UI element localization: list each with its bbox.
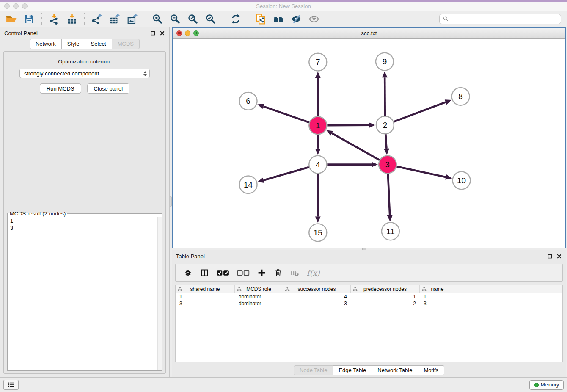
delete-table-icon [290, 268, 299, 277]
node-8[interactable]: 8 [452, 88, 470, 105]
refresh-icon[interactable] [228, 12, 243, 26]
edge-4-15[interactable] [315, 174, 321, 223]
edge-3-1[interactable] [326, 130, 380, 160]
column-header-mcds-role[interactable]: MCDS role [235, 285, 283, 293]
node-2[interactable]: 2 [376, 116, 394, 134]
close-panel-button[interactable]: Close panel [87, 83, 130, 94]
toolbar-separator [248, 13, 248, 25]
export-image-icon[interactable] [125, 12, 140, 26]
select-all-icon[interactable] [217, 269, 229, 276]
table-cell[interactable]: 3 [176, 300, 235, 307]
edge-3-11[interactable] [387, 174, 393, 221]
tab-network-table[interactable]: Network Table [372, 365, 418, 375]
duplicate-network-icon[interactable] [253, 12, 268, 26]
table-cell[interactable]: 3 [283, 300, 351, 307]
table-cell[interactable]: 4 [283, 293, 351, 300]
attribute-icon [285, 287, 290, 292]
deselect-all-icon[interactable] [237, 269, 250, 276]
edge-1-2[interactable] [327, 122, 375, 128]
export-network-icon[interactable] [89, 12, 105, 26]
tab-node-table[interactable]: Node Table [294, 365, 333, 375]
node-4[interactable]: 4 [309, 156, 327, 174]
tab-motifs[interactable]: Motifs [418, 365, 444, 375]
table-cell[interactable]: 1 [351, 293, 420, 300]
float-icon [151, 31, 155, 36]
node-label: 11 [386, 227, 395, 236]
tab-select[interactable]: Select [85, 39, 112, 49]
tab-style[interactable]: Style [62, 39, 85, 49]
columns-icon[interactable] [200, 268, 209, 277]
edge-2-8[interactable] [394, 99, 451, 121]
node-1[interactable]: 1 [309, 117, 327, 135]
mcds-panel: Optimization criterion: strongly connect… [3, 51, 166, 374]
node-7[interactable]: 7 [309, 53, 327, 71]
table-cell[interactable]: 1 [420, 293, 455, 300]
optimization-dropdown[interactable]: strongly connected component [19, 69, 150, 78]
table-panel-float-button[interactable] [547, 253, 553, 259]
column-header-shared-name[interactable]: shared name [176, 285, 235, 293]
tab-mcds[interactable]: MCDS [112, 39, 140, 49]
table-row[interactable]: 1dominator411 [176, 293, 562, 300]
node-11[interactable]: 11 [382, 223, 399, 240]
add-row-icon[interactable] [257, 268, 266, 277]
edge-1-4[interactable] [315, 135, 321, 155]
export-table-icon[interactable] [107, 12, 122, 26]
result-scrollbar[interactable] [157, 217, 162, 370]
edge-2-3[interactable] [384, 134, 389, 155]
zoom-fit-icon[interactable] [185, 12, 201, 26]
save-session-icon[interactable] [22, 12, 37, 26]
toolbar-separator [84, 13, 85, 25]
table-cell[interactable]: 1 [176, 293, 235, 300]
node-3[interactable]: 3 [379, 156, 396, 174]
eye-slash-icon[interactable] [289, 12, 304, 26]
column-header-predecessor-nodes[interactable]: predecessor nodes [351, 285, 420, 293]
memory-button[interactable]: Memory [529, 380, 564, 390]
node-10[interactable]: 10 [453, 171, 471, 189]
table-settings-icon[interactable] [184, 268, 193, 277]
network-canvas[interactable]: 7968124314101511 [173, 39, 565, 248]
column-header-name[interactable]: name [420, 285, 455, 293]
run-mcds-button[interactable]: Run MCDS [40, 83, 81, 94]
zoom-out-icon[interactable] [168, 12, 183, 26]
homes-icon[interactable] [271, 12, 286, 26]
table-row[interactable]: 3dominator323 [176, 300, 562, 307]
edge-4-14[interactable] [258, 167, 309, 183]
import-network-icon[interactable] [47, 12, 62, 26]
open-session-icon[interactable] [4, 12, 19, 26]
zoom-in-icon[interactable] [150, 12, 165, 26]
node-label: 15 [314, 228, 322, 237]
import-table-icon[interactable] [64, 12, 80, 26]
edge-4-3[interactable] [327, 162, 378, 167]
node-6[interactable]: 6 [239, 92, 257, 110]
panel-splitter[interactable] [170, 27, 172, 377]
delete-row-icon[interactable] [274, 268, 283, 277]
edge-2-9[interactable] [382, 71, 388, 116]
control-panel-float-button[interactable] [150, 30, 156, 36]
edge-1-7[interactable] [315, 72, 321, 116]
splitter-handle[interactable] [170, 196, 172, 207]
table-cell[interactable]: dominator [235, 300, 283, 307]
table-splitter[interactable] [172, 248, 566, 250]
task-history-button[interactable] [3, 380, 19, 390]
search-input[interactable] [450, 15, 559, 23]
edge-1-6[interactable] [257, 104, 309, 122]
node-label: 8 [458, 92, 463, 101]
node-label: 1 [316, 121, 320, 130]
zoom-selected-icon[interactable] [203, 12, 218, 26]
tab-edge-table[interactable]: Edge Table [333, 365, 372, 375]
node-9[interactable]: 9 [376, 53, 394, 71]
column-header-successor-nodes[interactable]: successor nodes [283, 285, 351, 293]
node-14[interactable]: 14 [239, 176, 257, 193]
main-area: Control Panel NetworkStyleSelectMCDS Opt… [0, 27, 567, 377]
eye-icon[interactable] [306, 12, 322, 26]
table-cell[interactable]: 3 [420, 300, 455, 307]
tab-network[interactable]: Network [30, 39, 62, 49]
dropdown-value: strongly connected component [24, 70, 99, 77]
table-splitter-handle[interactable] [362, 248, 366, 250]
control-panel-close-button[interactable] [159, 30, 165, 36]
table-cell[interactable]: 2 [351, 300, 420, 307]
table-panel-close-button[interactable] [556, 253, 562, 259]
node-15[interactable]: 15 [309, 224, 327, 241]
table-cell[interactable]: dominator [235, 293, 283, 300]
edge-3-10[interactable] [396, 166, 452, 179]
